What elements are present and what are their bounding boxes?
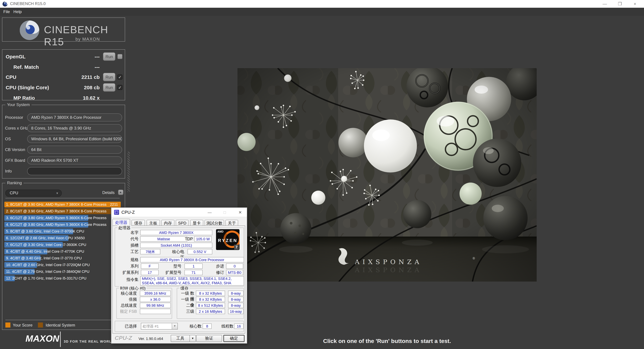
bus-speed-field: 99.98 MHz [140,303,171,308]
opengl-value: --- [94,54,100,59]
package-label: 插槽 [114,243,138,248]
maxon-divider [60,331,61,347]
voltage-label: 核心电压 [169,249,184,254]
render-preview-image: AIXSPONZA ® AIXSPONZA [238,68,537,281]
rank-row-9[interactable]: 9. 4C/8T @ 3.40 GHz, Intel Core i7-3770 … [4,255,121,262]
combo-arrow-icon: ▼ [172,323,178,329]
cpu-single-value: 208 cb [84,85,100,90]
legend-identical-system-swatch [38,322,43,327]
scores-panel: OpenGL --- Run Ref. Match --- CPU 2211 c… [2,49,125,100]
mp-ratio-label: MP Ratio [14,95,35,101]
threads-field: 16 [234,323,244,329]
cpuz-window: CPU-Z — □ ✕ 处理器 缓存 主板 内存 SPD 显卡 測試分數 关于 … [111,207,247,344]
os-label: OS [5,135,11,143]
technology-field: 7纳米 [140,249,160,254]
rank-row-5[interactable]: 5. 8C/8T @ 3.60 GHz, Intel Core i7-9700K… [4,228,121,235]
tab-caches[interactable]: 缓存 [132,220,145,226]
legend-your-score-swatch [5,322,10,327]
ext-model-label: 扩展型号 [165,270,182,275]
cpu-single-label: CPU (Single Core) [6,85,49,90]
score-row-cpu: CPU 2211 cb Run ✓ [2,73,125,82]
logo-subtitle: by MAXON [76,37,100,42]
l2-field: 8 x 512 KBytes [196,303,225,308]
cpu-single-run-button[interactable]: Run [103,83,116,92]
tab-spd[interactable]: SPD [176,220,189,226]
codename-field: Matisse [140,236,187,242]
tab-processor[interactable]: 处理器 [112,219,130,226]
maxon-tagline: 3D FOR THE REAL WORLD [64,339,114,343]
processor-select[interactable]: 处理器 #1 ▼ [141,323,178,329]
rank-row-8[interactable]: 8. 4C/8T @ 4.40 GHz, Intel Core i7-4770K… [4,248,121,255]
your-system-title: Your System [5,102,31,107]
ok-button[interactable]: 确定 [224,335,244,342]
revision-field: MTS-B0 [226,270,243,275]
menu-help[interactable]: Help [12,8,24,16]
validate-button[interactable]: 验证 [196,335,222,342]
score-row-cpu-single: CPU (Single Core) 208 cb Run ✓ [2,83,125,92]
tab-about[interactable]: 关于 [226,220,238,226]
rank-row-12[interactable]: 12. 2C/4T @ 1.70 GHz, Intel Core i5-3317… [4,275,121,282]
cpuz-version: Ver. 1.90.0.x64 [138,336,163,340]
l1-inst-label: 一级 指令 [178,297,194,302]
rank-row-7[interactable]: 7. 6C/12T @ 3.30 GHz, Intel Core i7-3930… [4,242,121,248]
spec-label: 规格 [114,257,138,262]
close-button[interactable]: × [628,0,642,8]
cpuz-minimize-button[interactable]: — [207,210,212,215]
status-message: Click on one of the 'Run' buttons to sta… [238,338,537,345]
tools-dropdown-button[interactable]: ▼ [190,335,196,342]
rank-row-1[interactable]: 1. 8C/16T @ 3.90 GHz, AMD Ryzen 7 3800X … [4,201,121,208]
cpuz-maximize-button: □ [222,210,228,215]
opengl-check-indicator[interactable] [118,54,122,59]
l2-label: 二级 [178,303,194,308]
details-button[interactable]: ▸ [118,190,124,195]
title-bar: CINEBENCH R15.0 — ❐ × [0,0,644,8]
l1-data-way-field: 8-way [228,291,244,296]
legend-identical-system-label: Identical System [46,323,75,327]
legend-your-score-label: Your Score [13,323,32,327]
rank-row-10[interactable]: 10. 4C/8T @ 2.60 GHz, Intel Core i7-3720… [4,262,121,268]
amd-ryzen-badge: AMD RYZEN 7 [216,229,240,250]
rank-row-3[interactable]: 3. 6C/12T @ 3.80 GHz, AMD Ryzen 5 3600X … [4,215,121,221]
ranking-separator-bottom [5,320,120,320]
ranking-separator-top [5,198,120,198]
menu-file[interactable]: File [1,8,12,16]
l3-way-field: 16-way [228,309,244,314]
minimize-button[interactable]: — [598,0,612,8]
bus-speed-label: 总线速度 [115,303,137,308]
panel-splitter-grip[interactable] [128,152,130,192]
core-speed-label: 核心速度 [115,291,137,296]
cpuz-tab-strip: 处理器 缓存 主板 内存 SPD 显卡 測試分數 关于 [112,219,239,226]
family-label: 系列 [114,263,138,269]
rank-row-11[interactable]: 11. 4C/8T @ 2.79 GHz, Intel Core i7-3840… [4,268,121,275]
cpu-single-checkbox[interactable]: ✓ [118,85,122,90]
cores-field: 8 [202,323,212,329]
details-label: Details [102,190,114,195]
rank-row-4[interactable]: 4. 6C/12T @ 3.80 GHz, AMD Ryzen 5 3600X … [4,221,121,228]
threads-label: 线程数 [218,323,234,329]
info-field[interactable] [27,167,122,175]
l1-inst-field: 8 x 32 KBytes [196,297,225,302]
cpu-checkbox[interactable]: ✓ [118,75,122,80]
cpu-run-button[interactable]: Run [103,73,116,81]
ref-match-value: --- [94,64,100,70]
family-field: F [141,263,159,269]
name-label: 名字 [114,230,138,235]
tab-memory[interactable]: 内存 [161,220,174,226]
tab-mainboard[interactable]: 主板 [146,220,160,226]
ext-model-field: 71 [184,270,202,275]
tools-button[interactable]: 工具 [171,335,190,342]
instructions-label: 指令集 [114,277,138,282]
core-speed-field: 3599.16 MHz [140,291,171,296]
rank-row-2[interactable]: 2. 8C/16T @ 3.90 GHz, AMD Ryzen 7 3800X … [4,208,121,215]
opengl-run-button[interactable]: Run [103,52,116,61]
restore-button[interactable]: ❐ [612,0,627,8]
cb-version-field: 64 Bit [27,146,122,154]
ranking-filter-dropdown[interactable]: CPU ▾ [5,190,62,197]
tab-graphics[interactable]: 显卡 [190,220,203,226]
rated-fsb-field [140,309,171,314]
tab-bench[interactable]: 測試分數 [204,220,224,226]
rank-row-6[interactable]: 6. 12C/24T @ 2.66 GHz, Intel Xeon CPU X5… [4,235,121,242]
cpuz-close-button[interactable]: ✕ [238,210,243,215]
package-field: Socket AM4 (1331) [140,243,212,248]
codename-label: 代号 [114,236,138,242]
